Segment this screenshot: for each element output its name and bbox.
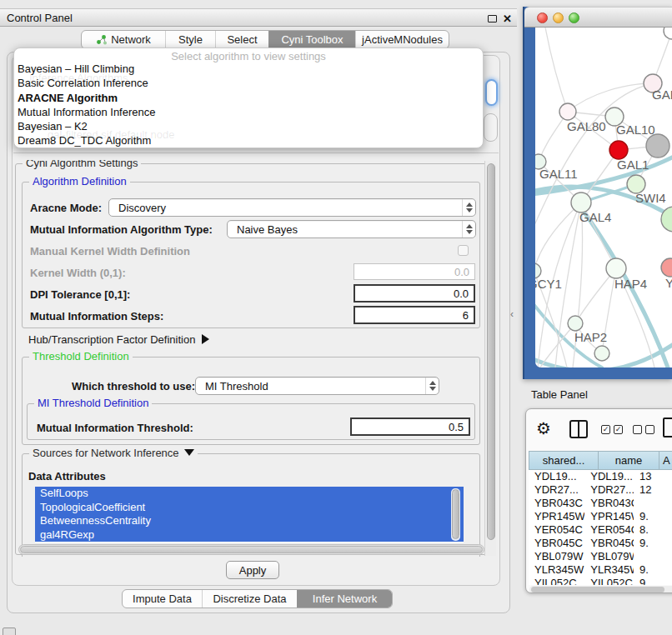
mac-zoom-button[interactable] xyxy=(569,12,579,23)
dpi-tolerance-input[interactable]: 0.0 xyxy=(354,284,475,302)
network-node[interactable] xyxy=(664,28,672,39)
mi-steps-input[interactable]: 6 xyxy=(354,306,475,324)
data-attribute-item[interactable]: TopologicalCoefficient xyxy=(35,501,464,515)
mac-close-button[interactable] xyxy=(537,12,548,23)
mi-steps-label: Mutual Information Steps: xyxy=(30,310,163,322)
kernel-width-label: Kernel Width (0,1): xyxy=(30,267,126,279)
table-row[interactable]: YIL052CYIL052C9 xyxy=(529,577,672,585)
algorithm-option[interactable]: Bayesian – Hill Climbing xyxy=(14,62,483,76)
data-attributes-label: Data Attributes xyxy=(28,470,106,482)
table-row[interactable]: YBR043CYBR043C xyxy=(529,497,672,510)
algorithm-popup-header: Select algorithm to view settings xyxy=(14,50,483,62)
tab-cyni-toolbox[interactable]: Cyni Toolbox xyxy=(268,31,355,48)
data-attribute-item[interactable]: gal4RGexp xyxy=(35,528,464,542)
table-column-header[interactable]: shared... xyxy=(529,451,599,470)
algorithm-option[interactable]: Bayesian – K2 xyxy=(14,119,483,133)
data-attribute-item[interactable]: BetweennessCentrality xyxy=(35,514,464,528)
kernel-width-input[interactable]: 0.0 xyxy=(354,263,475,280)
hidden-combo-focus-ring xyxy=(485,79,498,106)
table-panel-title: Table Panel xyxy=(531,385,588,405)
aracne-mode-select[interactable]: Discovery xyxy=(108,198,476,217)
table-horizontal-scrollbar[interactable] xyxy=(529,586,672,593)
network-icon xyxy=(96,34,107,45)
close-icon[interactable]: ✕ xyxy=(503,13,512,24)
manual-kernel-width-checkbox[interactable] xyxy=(458,245,469,256)
expand-right-icon xyxy=(202,334,209,344)
table-row[interactable]: YPR145WYPR145W9. xyxy=(529,510,672,523)
stepper-arrows-icon xyxy=(462,199,475,216)
tab-style[interactable]: Style xyxy=(165,31,215,48)
panel-separator xyxy=(13,152,499,153)
network-node-label: HAP4 xyxy=(614,277,647,291)
algorithm-dropdown-popup: Select algorithm to view settings Infere… xyxy=(13,48,484,148)
network-node-y[interactable] xyxy=(661,258,672,277)
algorithm-option[interactable]: Dream8 DC_TDC Algorithm xyxy=(14,133,483,148)
network-node-label: GCY1 xyxy=(535,277,562,291)
network-node-gal1[interactable] xyxy=(609,141,628,159)
select-all-checkboxes-icon[interactable]: ✓✓ xyxy=(601,425,623,434)
mac-minimize-button[interactable] xyxy=(553,12,564,23)
mi-threshold-input[interactable]: 0.5 xyxy=(350,418,470,436)
network-node-label: GAL11 xyxy=(539,167,578,181)
network-node-label: GAL10 xyxy=(616,122,655,137)
table-row[interactable]: YER054CYER054C8. xyxy=(529,523,672,537)
network-node-label: GAL1 xyxy=(617,158,649,172)
hub-definition-expander[interactable]: Hub/Transcription Factor Definition xyxy=(28,333,209,346)
network-node-hap4[interactable] xyxy=(606,258,626,278)
table-row[interactable]: YBL079WYBL079W xyxy=(529,550,672,563)
table-rows: YDL19...YDL19...13YDR27...YDR27...12YBR0… xyxy=(529,470,672,585)
algorithm-option[interactable]: Mutual Information Inference xyxy=(14,105,483,119)
table-column-header[interactable]: A xyxy=(659,451,672,470)
table-panel-window: ⚙ ✓✓ shared...nameA YDL19...YDL19...13YD… xyxy=(525,408,672,593)
dock-panel-mini-icon[interactable] xyxy=(3,628,16,635)
network-canvas[interactable]: GAL7GAL80GAL10GAL1GAL11GAL4SWI4YHAP4GCY1… xyxy=(535,28,672,368)
which-threshold-select[interactable]: MI Threshold xyxy=(195,377,439,395)
settings-horizontal-scrollbar[interactable] xyxy=(18,544,484,555)
cyni-settings-scrollarea: Cyni Algorithm Settings Algorithm Defini… xyxy=(15,160,497,557)
table-row[interactable]: YBR045CYBR045C9. xyxy=(529,537,672,550)
tab-select[interactable]: Select xyxy=(215,31,268,48)
algorithm-popup-items: Bayesian – Hill ClimbingBasic Correlatio… xyxy=(14,62,483,148)
tab-infer-network[interactable]: Infer Network xyxy=(297,590,392,608)
stepper-arrows-icon xyxy=(425,378,439,394)
network-window-titlebar[interactable] xyxy=(524,7,672,28)
table-header-row: shared...nameA xyxy=(529,451,672,470)
which-threshold-label: Which threshold to use: xyxy=(72,380,195,392)
mi-algorithm-type-label: Mutual Information Algorithm Type: xyxy=(30,223,213,236)
stepper-arrows-icon xyxy=(462,221,475,238)
tab-network[interactable]: Network xyxy=(82,31,165,48)
data-attributes-list: SelfLoopsTopologicalCoefficientBetweenne… xyxy=(35,487,464,542)
table-row[interactable]: YLR345WYLR345W9. xyxy=(529,563,672,577)
cyni-settings-group-title: Cyni Algorithm Settings xyxy=(23,160,141,169)
deselect-all-checkboxes-icon[interactable] xyxy=(633,425,654,434)
new-table-icon[interactable] xyxy=(663,418,672,438)
manual-kernel-width-label: Manual Kernel Width Definition xyxy=(30,245,190,258)
network-node[interactable] xyxy=(594,346,609,361)
network-node-hap2[interactable] xyxy=(568,316,583,331)
panel-divider-collapse-arrow[interactable]: ‹ xyxy=(510,308,514,320)
settings-vertical-scrollbar[interactable] xyxy=(484,161,496,556)
tab-impute-data[interactable]: Impute Data xyxy=(123,590,202,608)
data-attribute-item[interactable]: SelfLoops xyxy=(35,487,464,501)
network-node-gal80[interactable] xyxy=(559,103,576,120)
tab-discretize-data[interactable]: Discretize Data xyxy=(202,590,297,608)
tab-jactivemnodules[interactable]: jActiveMNodules xyxy=(355,31,449,48)
table-column-header[interactable]: name xyxy=(599,451,659,470)
settings-gear-icon[interactable]: ⚙ xyxy=(536,418,551,438)
apply-button[interactable]: Apply xyxy=(226,561,279,579)
algorithm-option[interactable]: ARACNE Algorithm xyxy=(14,91,483,105)
float-window-icon[interactable] xyxy=(488,15,497,22)
mi-threshold-label: Mutual Information Threshold: xyxy=(37,422,193,434)
control-panel-titlebar: Control Panel ✕ xyxy=(0,8,517,27)
split-view-icon[interactable] xyxy=(569,420,588,438)
list-scrollbar[interactable] xyxy=(451,488,460,541)
table-row[interactable]: YDR27...YDR27...12 xyxy=(529,483,672,497)
mi-algorithm-type-select[interactable]: Naive Bayes xyxy=(227,220,476,238)
sources-group-title[interactable]: Sources for Network Inference xyxy=(29,447,198,459)
network-node[interactable] xyxy=(646,134,669,158)
aracne-mode-label: Aracne Mode: xyxy=(30,202,102,214)
algorithm-option[interactable]: Basic Correlation Inference xyxy=(14,76,483,90)
network-node-label: GAL80 xyxy=(567,119,606,133)
network-node-label: HAP2 xyxy=(574,330,607,344)
table-row[interactable]: YDL19...YDL19...13 xyxy=(529,470,672,483)
